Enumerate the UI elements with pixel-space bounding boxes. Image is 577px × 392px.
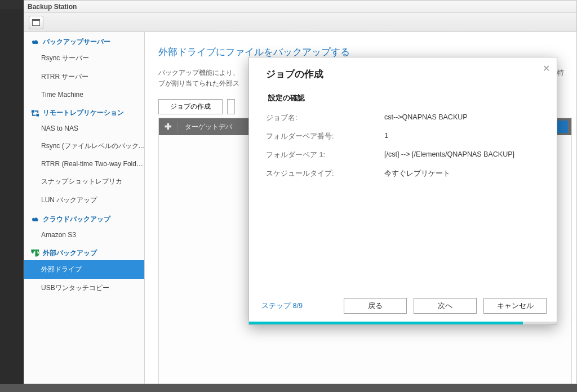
window-titlebar: Backup Station [24,1,576,13]
sidebar-item-snapshot[interactable]: スナップショットレプリカ [24,172,144,191]
sidebar-item-time-machine[interactable]: Time Machine [24,86,144,103]
kv-key: フォルダーペア 1: [266,150,384,160]
cloud-icon [31,216,39,224]
sidebar: バックアップサーバー Rsync サーバー RTRR サーバー Time Mac… [24,32,145,384]
sidebar-item-rtrr-twoway[interactable]: RTRR (Real-time Two-way Folde... [24,155,144,172]
svg-rect-3 [32,110,34,113]
step-indicator: ステップ 8/9 [261,301,303,311]
sidebar-section-external-backup[interactable]: 外部バックアップ [24,243,144,260]
kv-schedule-type: スケジュールタイプ: 今すぐレプリケート [266,169,540,179]
expand-icon[interactable]: ✚ [159,122,178,132]
kv-value: [/cst] --> [/Elements/QNAPNAS BACKUP] [384,150,540,160]
progress-bar [249,322,557,324]
next-button[interactable]: 次へ [414,298,477,314]
desktop-taskbar [0,384,577,392]
cancel-button[interactable]: キャンセル [483,298,547,314]
refresh-icon [31,250,39,257]
sidebar-section-backup-server[interactable]: バックアップサーバー [24,32,144,49]
sidebar-section-label: バックアップサーバー [43,37,110,47]
sidebar-section-label: 外部バックアップ [43,248,97,258]
secondary-button[interactable] [227,99,235,114]
sidebar-item-lun-backup[interactable]: LUN バックアップ [24,191,144,210]
kv-key: フォルダーペア番号: [266,132,384,141]
create-job-modal: ✕ ジョブの作成 設定の確認 ジョブ名: cst-->QNAPNAS BACKU… [248,57,557,325]
create-job-button[interactable]: ジョブの作成 [158,99,223,114]
sidebar-item-usb-one-touch[interactable]: USBワンタッチコピー [24,279,144,297]
close-icon[interactable]: ✕ [543,63,550,74]
sidebar-item-amazon-s3[interactable]: Amazon S3 [24,226,144,243]
kv-key: ジョブ名: [266,113,384,123]
kv-folder-pair-1: フォルダーペア 1: [/cst] --> [/Elements/QNAPNAS… [266,150,540,160]
kv-job-name: ジョブ名: cst-->QNAPNAS BACKUP [266,113,540,123]
panel-header-label: ターゲットデバ [178,122,232,132]
sidebar-item-rsync-file[interactable]: Rsync (ファイルレベルのバック... [24,137,144,155]
kv-value: cst-->QNAPNAS BACKUP [384,113,540,123]
toolbar [24,13,576,32]
svg-rect-2 [33,20,39,21]
sidebar-section-label: リモートレプリケーション [43,108,124,118]
kv-folder-pair-count: フォルダーペア番号: 1 [266,132,540,141]
sidebar-item-nas-to-nas[interactable]: NAS to NAS [24,120,144,137]
kv-key: スケジュールタイプ: [266,169,384,179]
sidebar-item-rsync-server[interactable]: Rsync サーバー [24,49,144,68]
modal-footer: ステップ 8/9 戻る 次へ キャンセル [249,291,557,322]
sidebar-section-label: クラウドバックアップ [43,215,110,224]
cloud-icon [31,38,39,46]
transfer-icon [31,109,39,117]
toolbar-grid-button[interactable] [29,16,43,29]
modal-title: ジョブの作成 [249,57,557,86]
sidebar-item-external-drive[interactable]: 外部ドライブ [24,260,144,279]
window-title: Backup Station [28,3,77,11]
modal-subtitle: 設定の確認 [268,93,540,103]
svg-rect-4 [36,113,39,116]
sidebar-section-remote-replication[interactable]: リモートレプリケーション [24,103,144,120]
kv-value: 1 [384,132,540,141]
grid-icon [32,19,40,26]
sidebar-item-rtrr-server[interactable]: RTRR サーバー [24,68,144,86]
modal-body: 設定の確認 ジョブ名: cst-->QNAPNAS BACKUP フォルダーペア… [249,86,557,291]
back-button[interactable]: 戻る [344,298,407,314]
sidebar-section-cloud-backup[interactable]: クラウドバックアップ [24,210,144,226]
kv-value: 今すぐレプリケート [384,169,540,179]
